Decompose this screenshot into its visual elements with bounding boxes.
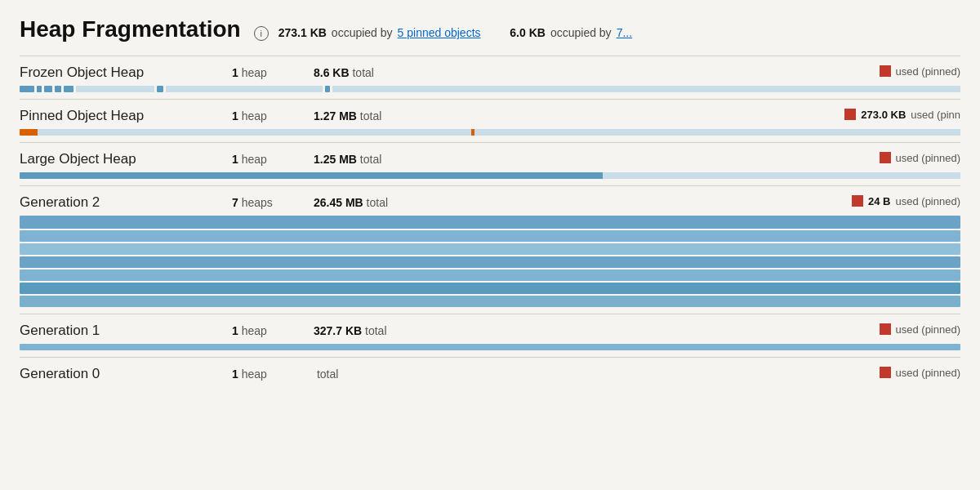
heap-count: 1 heap bbox=[232, 109, 314, 122]
gen2-bar-row bbox=[20, 270, 960, 281]
heap-count: 1 heap bbox=[232, 368, 314, 381]
heap-size: 1.25 MB total bbox=[314, 153, 461, 166]
legend-value: 273.0 KB bbox=[861, 109, 906, 121]
legend-icon bbox=[852, 195, 863, 207]
gen2-bar-row bbox=[20, 283, 960, 294]
legend-label: used (pinn bbox=[911, 109, 960, 121]
legend-label: used (pinned) bbox=[896, 323, 961, 336]
header-stats: 273.1 KB occupied by 5 pinned objects 6.… bbox=[278, 26, 632, 39]
legend-value: 24 B bbox=[868, 195, 890, 207]
heap-legend: used (pinned) bbox=[880, 152, 961, 164]
table-row: Generation 2 7 heaps 26.45 MB total 24 B… bbox=[20, 185, 960, 314]
legend-label: used (pinned) bbox=[896, 152, 961, 164]
heap-size: total bbox=[314, 368, 461, 381]
heap-name: Generation 2 bbox=[20, 194, 232, 211]
row-header: Pinned Object Heap 1 heap 1.27 MB total … bbox=[20, 108, 960, 124]
bar-container bbox=[20, 129, 960, 136]
frozen-bar bbox=[20, 86, 960, 92]
heap-legend: 273.0 KB used (pinn bbox=[844, 109, 960, 121]
heap-legend: 24 B used (pinned) bbox=[852, 195, 960, 207]
gen2-bar-row bbox=[20, 243, 960, 255]
stat2-text: occupied by bbox=[550, 26, 612, 39]
heap-name: Frozen Object Heap bbox=[20, 65, 232, 81]
gen2-bar-row bbox=[20, 256, 960, 268]
heap-size: 1.27 MB total bbox=[314, 109, 461, 122]
heap-size: 327.7 KB total bbox=[314, 324, 461, 337]
page-title: Heap Fragmentation bbox=[20, 16, 241, 42]
table-row: Generation 1 1 heap 327.7 KB total used … bbox=[20, 314, 960, 357]
heap-name: Generation 1 bbox=[20, 323, 232, 339]
row-header: Generation 2 7 heaps 26.45 MB total 24 B… bbox=[20, 194, 960, 211]
legend-icon bbox=[844, 109, 856, 120]
heap-count: 7 heaps bbox=[232, 196, 314, 209]
gen2-bars bbox=[20, 216, 960, 307]
table-row: Pinned Object Heap 1 heap 1.27 MB total … bbox=[20, 99, 960, 142]
heap-table: Frozen Object Heap 1 heap 8.6 KB total u… bbox=[20, 56, 960, 394]
legend-icon bbox=[880, 65, 891, 77]
heap-count: 1 heap bbox=[232, 324, 314, 337]
page-header: Heap Fragmentation i 273.1 KB occupied b… bbox=[20, 16, 960, 42]
legend-icon bbox=[880, 152, 891, 163]
heap-count: 1 heap bbox=[232, 66, 314, 79]
bar-container bbox=[20, 86, 960, 92]
stat-separator bbox=[492, 26, 499, 39]
stat1-link[interactable]: 5 pinned objects bbox=[398, 26, 481, 39]
stat1-value: 273.1 KB bbox=[278, 26, 327, 39]
row-header: Frozen Object Heap 1 heap 8.6 KB total u… bbox=[20, 65, 960, 81]
gen1-bar bbox=[20, 344, 960, 350]
table-row: Generation 0 1 heap total used (pinned) bbox=[20, 357, 960, 394]
gen2-bar-row bbox=[20, 216, 960, 229]
heap-legend: used (pinned) bbox=[880, 367, 961, 379]
heap-size: 26.45 MB total bbox=[314, 196, 461, 209]
legend-label: used (pinned) bbox=[896, 195, 961, 207]
legend-label: used (pinned) bbox=[896, 65, 961, 78]
heap-count: 1 heap bbox=[232, 153, 314, 166]
gen2-bar-row bbox=[20, 296, 960, 307]
heap-size: 8.6 KB total bbox=[314, 66, 461, 79]
legend-icon bbox=[880, 367, 891, 378]
table-row: Frozen Object Heap 1 heap 8.6 KB total u… bbox=[20, 56, 960, 99]
stat2-link[interactable]: 7... bbox=[617, 26, 632, 39]
heap-name: Large Object Heap bbox=[20, 151, 232, 167]
info-icon[interactable]: i bbox=[254, 26, 269, 41]
heap-legend: used (pinned) bbox=[880, 65, 961, 78]
row-header: Generation 0 1 heap total used (pinned) bbox=[20, 366, 960, 382]
legend-label: used (pinned) bbox=[896, 367, 961, 379]
large-bar bbox=[20, 172, 960, 179]
pinned-bar bbox=[20, 129, 960, 136]
stat2-value: 6.0 KB bbox=[510, 26, 546, 39]
heap-name: Generation 0 bbox=[20, 366, 232, 382]
gen2-bar-row bbox=[20, 230, 960, 242]
stat1-text: occupied by bbox=[332, 26, 393, 39]
bar-container bbox=[20, 172, 960, 179]
row-header: Generation 1 1 heap 327.7 KB total used … bbox=[20, 323, 960, 339]
table-row: Large Object Heap 1 heap 1.25 MB total u… bbox=[20, 142, 960, 185]
row-header: Large Object Heap 1 heap 1.25 MB total u… bbox=[20, 151, 960, 167]
heap-name: Pinned Object Heap bbox=[20, 108, 232, 124]
bar-container bbox=[20, 344, 960, 350]
page-container: Heap Fragmentation i 273.1 KB occupied b… bbox=[0, 0, 980, 410]
heap-legend: used (pinned) bbox=[880, 323, 961, 336]
legend-icon bbox=[880, 323, 891, 335]
